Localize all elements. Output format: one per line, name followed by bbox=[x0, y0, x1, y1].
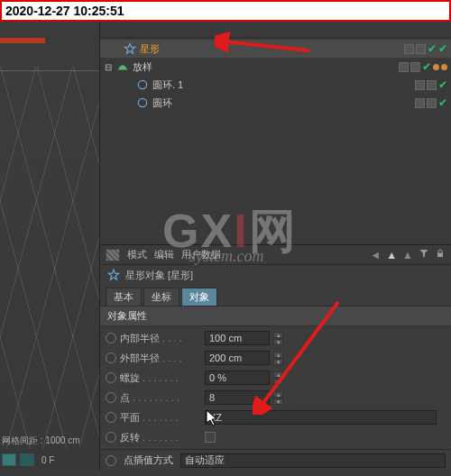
spinner[interactable]: ▴▾ bbox=[273, 371, 283, 385]
check-icon[interactable]: ✔ bbox=[438, 42, 447, 55]
radio-icon[interactable] bbox=[106, 412, 116, 423]
tree-label: 圆环. 1 bbox=[152, 78, 189, 92]
nav-up-icon[interactable]: ▲ bbox=[402, 249, 413, 261]
points-field[interactable]: 8 bbox=[205, 390, 270, 405]
attributes-icon bbox=[106, 249, 120, 261]
prop-label: 内部半径 . . . . bbox=[120, 332, 201, 345]
property-rows: 内部半径 . . . . 100 cm ▴▾ 外部半径 . . . . 200 … bbox=[100, 326, 451, 449]
circle-icon bbox=[136, 78, 149, 91]
prop-label: 螺旋 . . . . . . . bbox=[120, 371, 201, 385]
tree-label: 放样 bbox=[133, 60, 158, 74]
svg-point-1 bbox=[138, 80, 146, 88]
nav-funnel-icon[interactable] bbox=[419, 248, 429, 261]
prop-label: 反转 . . . . . . . bbox=[120, 431, 201, 444]
prop-label: 平面 . . . . . . . bbox=[120, 411, 201, 425]
radio-icon[interactable] bbox=[106, 392, 116, 403]
prop-label: 点 . . . . . . . . . bbox=[120, 391, 201, 405]
star-icon bbox=[107, 269, 120, 281]
radio-icon[interactable] bbox=[106, 432, 116, 443]
frame-indicator: 0 F bbox=[41, 455, 54, 465]
prop-reverse: 反转 . . . . . . . bbox=[100, 427, 451, 447]
prop-plane: 平面 . . . . . . . XZ bbox=[100, 407, 451, 427]
expander-icon[interactable]: ⊟ bbox=[104, 62, 113, 72]
viewport-timeline[interactable]: 0 F bbox=[0, 449, 99, 471]
attributes-title-row: 星形对象 [星形] bbox=[100, 265, 451, 285]
spinner[interactable]: ▴▾ bbox=[273, 391, 283, 405]
outer-radius-field[interactable]: 200 cm bbox=[205, 351, 270, 365]
prop-inner-radius: 内部半径 . . . . 100 cm ▴▾ bbox=[100, 328, 451, 348]
object-tree: 星形 ✔ ✔ ⊟ 放样 bbox=[100, 38, 451, 114]
nav-forward-icon[interactable]: ▲ bbox=[386, 249, 397, 261]
radio-icon[interactable] bbox=[106, 372, 116, 383]
visibility-flag[interactable] bbox=[416, 44, 426, 54]
tab-coord[interactable]: 坐标 bbox=[143, 288, 179, 306]
tree-label: 星形 bbox=[140, 42, 165, 56]
timeline-cell[interactable] bbox=[20, 453, 34, 466]
tab-object[interactable]: 对象 bbox=[181, 288, 217, 306]
prop-outer-radius: 外部半径 . . . . 200 cm ▴▾ bbox=[100, 348, 451, 368]
loft-icon bbox=[116, 60, 129, 73]
edit-menu[interactable]: 编辑 bbox=[154, 248, 174, 261]
section-object-props: 对象属性 bbox=[100, 306, 451, 326]
radio-icon[interactable] bbox=[106, 333, 116, 343]
prop-points: 点 . . . . . . . . . 8 ▴▾ bbox=[100, 388, 451, 407]
mode-menu[interactable]: 模式 bbox=[127, 248, 147, 261]
prop-twist: 螺旋 . . . . . . . 0 % ▴▾ bbox=[100, 368, 451, 388]
attributes-panel: 模式 编辑 用户数据 ◄ ▲ ▲ bbox=[100, 244, 451, 471]
check-icon[interactable]: ✔ bbox=[422, 60, 431, 73]
tree-row-circle[interactable]: 圆环 ✔ bbox=[100, 94, 451, 112]
visibility-flag[interactable] bbox=[415, 80, 425, 90]
radio-icon[interactable] bbox=[106, 352, 116, 363]
spinner[interactable]: ▴▾ bbox=[273, 352, 283, 365]
prop-label: 外部半径 . . . . bbox=[120, 352, 201, 365]
radio-icon[interactable] bbox=[106, 455, 116, 466]
svg-rect-3 bbox=[437, 253, 443, 258]
attributes-tabs: 基本 坐标 对象 bbox=[100, 285, 451, 306]
tree-label: 圆环 bbox=[152, 96, 178, 110]
footer-row: 点插值方式 自动适应 bbox=[100, 449, 451, 471]
reverse-checkbox[interactable] bbox=[205, 432, 216, 443]
attributes-nav: ◄ ▲ ▲ bbox=[370, 248, 446, 261]
visibility-flag[interactable] bbox=[399, 62, 409, 72]
object-manager: 星形 ✔ ✔ ⊟ 放样 bbox=[100, 22, 451, 244]
visibility-flag[interactable] bbox=[415, 98, 425, 108]
nav-lock-icon[interactable] bbox=[435, 248, 446, 261]
check-icon[interactable]: ✔ bbox=[428, 42, 437, 55]
attributes-title: 星形对象 [星形] bbox=[125, 269, 193, 282]
tree-row-circle1[interactable]: 圆环. 1 ✔ bbox=[100, 76, 451, 94]
circle-icon bbox=[136, 96, 149, 109]
tree-row-loft[interactable]: ⊟ 放样 ✔ bbox=[100, 58, 451, 76]
interp-dropdown[interactable]: 自动适应 bbox=[180, 453, 446, 468]
tag-icon[interactable] bbox=[433, 64, 439, 70]
svg-point-2 bbox=[138, 98, 146, 106]
viewport-background bbox=[0, 22, 99, 471]
viewport-grid bbox=[0, 22, 99, 471]
tag-icon[interactable] bbox=[441, 64, 447, 70]
tab-basic[interactable]: 基本 bbox=[106, 288, 142, 306]
interp-label: 点插值方式 bbox=[124, 453, 173, 467]
nav-back-icon[interactable]: ◄ bbox=[370, 249, 381, 261]
visibility-flag[interactable] bbox=[427, 98, 437, 108]
userdata-menu[interactable]: 用户数据 bbox=[181, 248, 221, 261]
check-icon[interactable]: ✔ bbox=[438, 96, 447, 109]
object-manager-header[interactable] bbox=[100, 22, 451, 38]
attributes-header: 模式 编辑 用户数据 ◄ ▲ ▲ bbox=[100, 245, 451, 265]
plane-dropdown[interactable]: XZ bbox=[205, 410, 437, 425]
viewport-3d[interactable]: 网格间距 : 1000 cm 0 F bbox=[0, 22, 99, 471]
star-icon bbox=[124, 42, 136, 55]
svg-marker-0 bbox=[124, 43, 135, 53]
inner-radius-field[interactable]: 100 cm bbox=[205, 331, 270, 345]
timestamp-bar: 2020-12-27 10:25:51 bbox=[0, 0, 451, 22]
twist-field[interactable]: 0 % bbox=[205, 371, 270, 385]
tree-row-star[interactable]: 星形 ✔ ✔ bbox=[100, 40, 451, 58]
check-icon[interactable]: ✔ bbox=[438, 78, 447, 91]
svg-marker-4 bbox=[108, 270, 119, 279]
visibility-flag[interactable] bbox=[404, 44, 414, 54]
visibility-flag[interactable] bbox=[410, 62, 420, 72]
spinner[interactable]: ▴▾ bbox=[273, 332, 283, 345]
visibility-flag[interactable] bbox=[427, 80, 437, 90]
grid-spacing-label: 网格间距 : 1000 cm bbox=[2, 435, 80, 447]
timeline-cell[interactable] bbox=[2, 453, 16, 466]
